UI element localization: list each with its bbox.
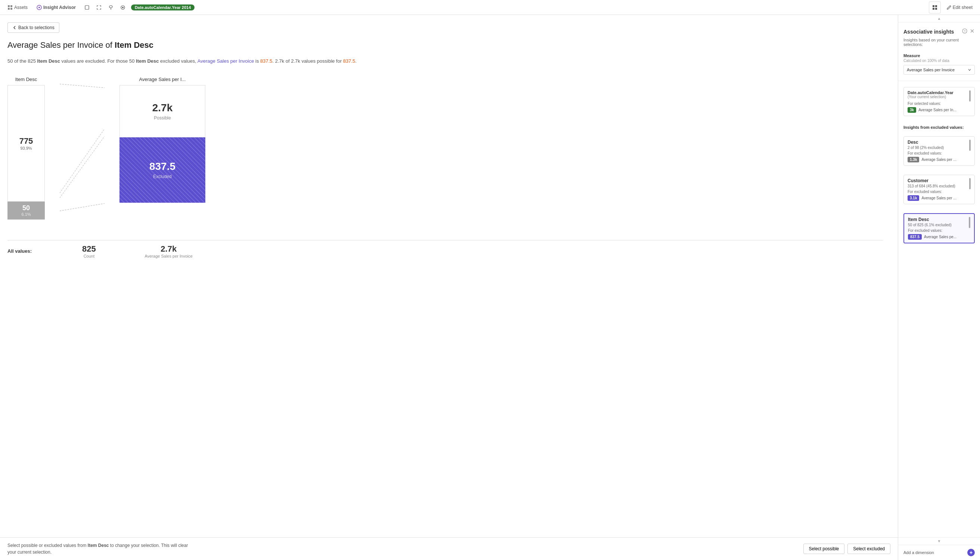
assets-tab[interactable]: Assets — [5, 5, 31, 10]
desc-possible-label: values possible for — [302, 58, 343, 64]
svg-line-17 — [60, 136, 105, 198]
measure-possible-val: 2.7k — [127, 102, 197, 114]
measure-dropdown[interactable]: Average Sales per Invoice — [903, 65, 975, 75]
back-arrow-icon — [12, 25, 17, 30]
desc-possible-range: 2.7k of 2.7k — [275, 58, 300, 64]
right-panel: ▲ Associative insights ? Insights based … — [898, 15, 980, 560]
insight3-badge: 837.5 — [908, 234, 922, 240]
add-dimension-label: Add a dimension — [903, 550, 934, 555]
item-desc-col-label: Item Desc — [15, 77, 37, 82]
insight-desc-card[interactable]: Desc 2 of 98 (2% excluded) For excluded … — [903, 136, 975, 166]
expand-icon — [96, 5, 102, 10]
all-values-measure-num: 2.7k — [126, 244, 212, 254]
svg-rect-0 — [8, 5, 10, 7]
bottom-bar: Select possible or excluded values from … — [0, 537, 898, 560]
bar-grey-section: 50 6.1% — [7, 202, 45, 220]
bottom-actions: Select possible Select excluded — [803, 543, 890, 554]
panel-header: Associative insights ? — [898, 22, 980, 38]
insight3-badge-row: 837.5 Average Sales pe... — [908, 234, 970, 240]
insight-customer-card[interactable]: Customer 313 of 684 (45.8% excluded) For… — [903, 175, 975, 204]
target-tool-btn[interactable] — [118, 2, 128, 13]
desc-count-excluded: 50 — [7, 58, 13, 64]
page-title: Average Sales per Invoice of Item Desc — [7, 40, 883, 50]
svg-rect-14 — [935, 8, 937, 10]
panel-title: Associative insights — [903, 29, 954, 35]
insight1-title: Desc — [908, 140, 944, 145]
bar-grey-pct: 6.1% — [21, 212, 31, 217]
title-of-word: of — [106, 40, 112, 50]
selection-pill[interactable]: Date.autoCalendar.Year 2014 — [131, 5, 195, 10]
bar-wrapper: 775 93.9% 50 6.1% — [7, 85, 45, 220]
current-selection-label: Date.autoCalendar.Year — [908, 90, 953, 95]
content-area: Back to selections Average Sales per Inv… — [0, 15, 898, 560]
desc-measure-link[interactable]: Average Sales per Invoice — [197, 58, 254, 64]
lasso-tool-btn[interactable] — [106, 2, 116, 13]
main-layout: Back to selections Average Sales per Inv… — [0, 15, 980, 560]
measure-section-title: Measure — [903, 53, 975, 58]
desc-total: 825 — [28, 58, 36, 64]
measure-possible-label: Possible — [127, 115, 197, 121]
insight2-title: Customer — [908, 178, 955, 183]
excluded-insights-title: Insights from excluded values: — [903, 125, 975, 130]
bar-grey-num: 50 — [22, 204, 30, 212]
measure-chart: Average Sales per I... 2.7k Possible 837… — [120, 77, 205, 203]
topbar-left: Assets Insight Advisor Date.autoCalendar… — [5, 2, 195, 13]
measure-dropdown-value: Average Sales per Invoice — [907, 68, 955, 72]
excluded-insights-section: Insights from excluded values: — [898, 122, 980, 133]
insight-itemdesc-card[interactable]: Item Desc 50 of 825 (6.1% excluded) For … — [903, 213, 975, 243]
panel-help-btn[interactable]: ? — [962, 28, 967, 35]
measure-excluded-block: 837.5 Excluded — [120, 137, 205, 203]
selected-badge: 3k — [908, 107, 916, 113]
bottom-text-dimension: Item Desc — [88, 543, 109, 548]
connector-area — [60, 77, 105, 229]
measure-section: Measure Calculated on 100% of data Avera… — [898, 50, 980, 78]
insight1-sub: 2 of 98 (2% excluded) — [908, 146, 944, 150]
insight-advisor-label: Insight Advisor — [43, 5, 76, 10]
svg-rect-13 — [933, 8, 935, 10]
desc-dimension: Item Desc — [37, 58, 60, 64]
help-icon: ? — [962, 28, 967, 33]
current-selection-section: Date.autoCalendar.Year (Your current sel… — [898, 84, 980, 122]
svg-point-5 — [38, 7, 40, 8]
measure-blocks: 2.7k Possible 837.5 Excluded — [120, 85, 205, 203]
back-to-selections-btn[interactable]: Back to selections — [7, 22, 59, 33]
bar-white-pct: 93.9% — [20, 146, 32, 150]
insight2-badge: 3.1k — [908, 195, 919, 201]
insight-itemdesc-section: Item Desc 50 of 825 (6.1% excluded) For … — [898, 210, 980, 249]
svg-rect-12 — [935, 5, 937, 7]
assets-icon — [7, 5, 13, 10]
svg-rect-11 — [933, 5, 935, 7]
edit-sheet-btn[interactable]: Edit sheet — [944, 3, 975, 12]
close-icon — [970, 28, 975, 33]
expand-tool-btn[interactable] — [94, 2, 104, 13]
select-excluded-btn[interactable]: Select excluded — [847, 543, 890, 554]
panel-header-icons: ? — [962, 28, 975, 35]
all-values-count: 825 Count — [82, 244, 96, 258]
bottom-bar-text: Select possible or excluded values from … — [7, 542, 194, 555]
panel-close-btn[interactable] — [970, 28, 975, 35]
insight2-sub: 313 of 684 (45.8% excluded) — [908, 184, 955, 188]
svg-text:?: ? — [963, 30, 965, 33]
all-values-count-num: 825 — [82, 244, 96, 254]
insight1-badge: 1.3k — [908, 157, 919, 162]
insight-icon — [37, 5, 42, 10]
back-button-label: Back to selections — [18, 25, 55, 30]
add-dimension-row: Add a dimension + — [898, 545, 980, 560]
insight3-sub: 50 of 825 (6.1% excluded) — [908, 223, 952, 227]
svg-line-15 — [60, 84, 105, 88]
for-selected-values-label: For selected values: — [908, 102, 971, 106]
edit-sheet-label: Edit sheet — [953, 5, 973, 10]
grid-view-btn[interactable] — [929, 2, 941, 13]
chevron-down-icon — [968, 68, 972, 72]
add-dimension-btn[interactable]: + — [967, 549, 975, 556]
select-tool-btn[interactable] — [82, 2, 92, 13]
measure-excluded-label: Excluded — [127, 174, 198, 179]
svg-rect-3 — [10, 8, 12, 10]
title-dimension: Item Desc — [115, 40, 153, 50]
insight-desc-section: Desc 2 of 98 (2% excluded) For excluded … — [898, 133, 980, 172]
panel-subtitle: Insights based on your current selection… — [898, 38, 980, 50]
insight3-title: Item Desc — [908, 217, 952, 222]
select-possible-btn[interactable]: Select possible — [803, 543, 845, 554]
insight-advisor-tab[interactable]: Insight Advisor — [33, 5, 79, 10]
select-icon — [84, 5, 90, 10]
